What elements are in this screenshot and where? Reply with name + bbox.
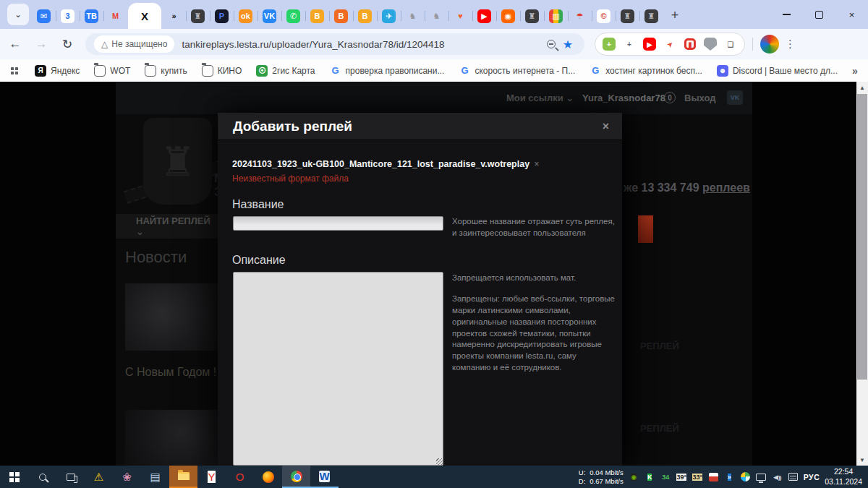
bookmark-spelling[interactable]: Gпроверка правописани... xyxy=(330,65,445,77)
zoom-out-icon[interactable] xyxy=(547,40,556,48)
b-tab-2[interactable]: B xyxy=(329,3,353,29)
copyright-tab[interactable]: © xyxy=(592,3,616,29)
my-links-menu[interactable]: Мои ссылки ⌄ xyxy=(506,93,574,103)
profile-avatar[interactable] xyxy=(760,35,779,53)
site-logo[interactable]: ♜ МИРЗАПИ xyxy=(136,111,223,223)
address-bar[interactable]: △ Не защищено tankireplays.lesta.ru/uplo… xyxy=(85,33,584,55)
heart-tab[interactable]: ♥ xyxy=(448,3,472,29)
news-thumbnail[interactable] xyxy=(125,283,218,351)
gmail-tab[interactable]: M xyxy=(103,3,127,29)
wot-tab-1[interactable]: ♜ xyxy=(186,3,210,29)
ok-tab[interactable]: ok xyxy=(234,3,258,29)
wot-tab-3[interactable]: ♜ xyxy=(616,3,639,29)
ext-opera[interactable]: ▮ xyxy=(681,35,699,53)
scrollbar-thumb[interactable] xyxy=(857,94,867,380)
chrome-app[interactable] xyxy=(282,466,310,488)
start-button[interactable] xyxy=(0,466,28,488)
news-item-title[interactable]: С Новым Годом ! xyxy=(125,366,216,379)
bookmark-wot[interactable]: WOT xyxy=(94,65,130,77)
active-tab[interactable]: X xyxy=(128,3,161,29)
yandex-browser-app[interactable]: Y xyxy=(197,466,226,488)
opera-app[interactable]: O xyxy=(226,466,254,488)
scrollbar-up-icon[interactable]: ▲ xyxy=(856,82,868,93)
bookmark-apps[interactable] xyxy=(9,65,20,77)
warning-app[interactable]: ⚠ xyxy=(85,466,113,488)
ext-green-plus[interactable]: + xyxy=(600,35,618,53)
news-thumbnail[interactable] xyxy=(125,410,218,466)
language-indicator[interactable]: РУС xyxy=(804,473,820,481)
reload-button[interactable]: ↻ xyxy=(56,33,78,55)
upload-button-partial[interactable] xyxy=(638,215,653,243)
name-input[interactable] xyxy=(233,216,443,231)
umbrella-tab[interactable]: ☂ xyxy=(568,3,592,29)
remove-file-icon[interactable]: × xyxy=(534,159,539,169)
b-tab-3[interactable]: B xyxy=(353,3,377,29)
defender-tray[interactable] xyxy=(740,471,751,482)
logout-link[interactable]: Выход xyxy=(684,93,715,103)
wot-tab-2[interactable]: ♜ xyxy=(520,3,544,29)
bookmark-speed[interactable]: Gскорость интернета - П... xyxy=(459,65,575,77)
telegram-tab[interactable]: ✈ xyxy=(377,3,401,29)
tundra-tab-1[interactable]: ♞ xyxy=(401,3,425,29)
bookmark-discord[interactable]: ☻Discord | Ваше место дл... xyxy=(717,65,838,77)
temp1-tray[interactable]: 39° xyxy=(676,471,687,482)
clock[interactable]: 22:54 03.11.2024 xyxy=(825,467,862,487)
bookmark-star-icon[interactable]: ★ xyxy=(563,38,573,51)
vk-icon[interactable]: VK xyxy=(727,90,743,105)
ext-shield[interactable] xyxy=(701,35,720,53)
vk-tab[interactable]: VK xyxy=(258,3,281,29)
notepad-app[interactable]: ▤ xyxy=(141,466,169,488)
volume-tray[interactable]: ◀ xyxy=(772,471,783,482)
forward-button[interactable]: → xyxy=(30,33,52,55)
meter-tray[interactable] xyxy=(708,471,719,482)
security-chip[interactable]: △ Не защищено xyxy=(94,35,174,53)
notifications-tray[interactable] xyxy=(788,471,799,482)
ext-rocket[interactable]: ➤ xyxy=(660,35,679,53)
explorer-app[interactable] xyxy=(169,466,197,488)
paint-app[interactable]: ❀ xyxy=(113,466,141,488)
resize-handle[interactable] xyxy=(436,458,443,465)
bookmark-kino[interactable]: КИНО xyxy=(202,65,242,77)
ext-puzzle[interactable]: ❑ xyxy=(721,35,740,53)
2gis-tab[interactable]: ◉ xyxy=(496,3,520,29)
dialog-close-icon[interactable]: × xyxy=(603,120,609,133)
restore-button[interactable] xyxy=(803,0,835,29)
counter-tray[interactable]: 34 xyxy=(660,471,671,482)
description-textarea[interactable] xyxy=(233,272,443,466)
antivirus-tray[interactable]: K xyxy=(644,471,655,482)
ext-move[interactable]: + xyxy=(620,35,639,53)
firefox-app[interactable] xyxy=(254,466,282,488)
username[interactable]: Yura_Krasnodar78 xyxy=(582,93,665,103)
nvidia-tray[interactable]: ◉ xyxy=(629,471,639,482)
tab-search-chevron-icon[interactable]: ⌄ xyxy=(7,4,29,25)
tv-tab[interactable]: ТВ xyxy=(80,3,103,29)
temp2-tray[interactable]: 33° xyxy=(692,471,703,482)
bookmark-2gis[interactable]: ⦿2гис Карта xyxy=(256,65,315,77)
minimize-button[interactable] xyxy=(770,0,803,29)
whatsapp-tab[interactable]: ✆ xyxy=(281,3,305,29)
task-view-button[interactable] xyxy=(56,466,85,488)
page-scrollbar[interactable]: ▲ ▼ xyxy=(856,82,868,466)
replays-link[interactable]: реплеев xyxy=(702,181,750,194)
network-tray[interactable] xyxy=(756,471,767,482)
search-button[interactable] xyxy=(28,466,56,488)
bookmark-hosting[interactable]: Gхостинг картинок бесп... xyxy=(590,65,702,77)
bookmarks-overflow-icon[interactable]: » xyxy=(852,65,858,77)
msi-tray[interactable]: » xyxy=(724,471,735,482)
find-replay-menu[interactable]: НАЙТИ РЕПЛЕЙ ⌄ xyxy=(116,214,218,239)
back-button[interactable]: ← xyxy=(4,33,26,55)
tundra-tab-2[interactable]: ♞ xyxy=(425,3,448,29)
b-tab-1[interactable]: B xyxy=(305,3,329,29)
scrollbar-down-icon[interactable]: ▼ xyxy=(856,454,868,466)
bookmark-yandex[interactable]: ЯЯндекс xyxy=(35,65,80,77)
word-app[interactable]: W xyxy=(310,466,339,488)
youtube-tab[interactable]: ▶ xyxy=(472,3,496,29)
close-button[interactable]: × xyxy=(835,0,868,29)
new-tab-button[interactable]: + xyxy=(665,5,685,25)
arrow-tab[interactable]: » xyxy=(162,3,186,29)
bookmark-buy[interactable]: купить xyxy=(145,65,187,77)
stats-tab[interactable]: ▥ xyxy=(544,3,568,29)
browser-menu-icon[interactable]: ⋮ xyxy=(785,38,796,51)
ext-youtube[interactable]: ▶ xyxy=(640,35,659,53)
wot-tab-4[interactable]: ♜ xyxy=(639,3,663,29)
